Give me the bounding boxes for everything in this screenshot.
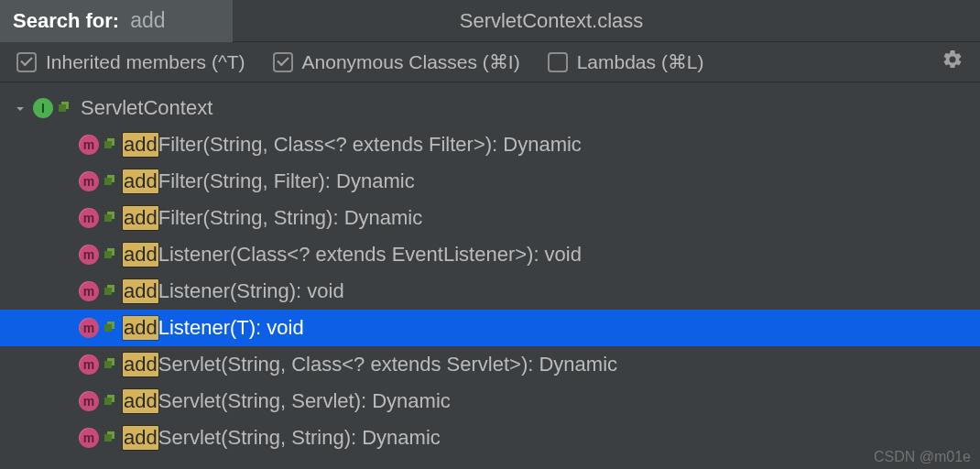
titlebar: Search for: add ServletContext.class: [0, 0, 980, 42]
method-icon: m: [79, 208, 99, 228]
tree-member[interactable]: maddListener(Class<? extends EventListen…: [0, 236, 980, 273]
public-modifier-icon: [104, 138, 117, 151]
tree-member[interactable]: maddListener(String): void: [0, 273, 980, 310]
search-highlight: add: [123, 426, 158, 450]
checkbox-icon: [273, 52, 293, 72]
method-icon: m: [79, 428, 99, 448]
method-icon: m: [79, 354, 99, 375]
method-icon: m: [79, 245, 99, 265]
tree-member[interactable]: maddFilter(String, Class<? extends Filte…: [0, 126, 980, 163]
tree-member[interactable]: maddServlet(String, Servlet): Dynamic: [0, 383, 980, 420]
checkbox-label: Anonymous Classes (⌘I): [302, 51, 520, 73]
search-label: Search for:: [13, 9, 119, 33]
member-signature: addServlet(String, Servlet): Dynamic: [123, 389, 451, 413]
member-signature: addListener(String): void: [123, 279, 344, 303]
tree-member[interactable]: maddServlet(String, String): Dynamic: [0, 420, 980, 456]
chevron-down-icon[interactable]: [15, 97, 27, 119]
structure-tree: I ServletContext maddFilter(String, Clas…: [0, 82, 980, 456]
search-highlight: add: [123, 133, 158, 157]
public-modifier-icon: [104, 431, 117, 444]
public-modifier-icon: [104, 175, 117, 188]
method-icon: m: [79, 318, 99, 338]
search-highlight: add: [123, 206, 158, 230]
search-highlight: add: [123, 353, 158, 376]
tree-member[interactable]: maddFilter(String, Filter): Dynamic: [0, 163, 980, 200]
anonymous-classes-checkbox[interactable]: Anonymous Classes (⌘I): [273, 51, 520, 73]
public-modifier-icon: [104, 285, 117, 298]
method-icon: m: [79, 171, 99, 191]
checkbox-label: Lambdas (⌘L): [577, 51, 704, 73]
checkbox-label: Inherited members (^T): [46, 51, 245, 73]
member-signature: addServlet(String, String): Dynamic: [123, 426, 441, 450]
public-modifier-icon: [104, 212, 117, 224]
tree-member[interactable]: maddFilter(String, String): Dynamic: [0, 200, 980, 236]
checkbox-icon: [16, 52, 37, 72]
member-signature: addListener(Class<? extends EventListene…: [123, 243, 582, 267]
lambdas-checkbox[interactable]: Lambdas (⌘L): [548, 51, 704, 73]
public-modifier-icon: [104, 358, 117, 371]
member-signature: addFilter(String, String): Dynamic: [123, 206, 422, 230]
search-highlight: add: [123, 169, 158, 193]
tree-member[interactable]: maddListener(T): void: [0, 310, 980, 346]
search-highlight: add: [123, 279, 158, 303]
method-icon: m: [79, 391, 99, 411]
member-signature: addListener(T): void: [123, 316, 304, 340]
member-signature: addFilter(String, Class<? extends Filter…: [123, 133, 582, 157]
tree-root[interactable]: I ServletContext: [0, 90, 980, 126]
method-icon: m: [79, 135, 99, 155]
member-signature: addServlet(String, Class<? extends Servl…: [123, 353, 617, 376]
interface-icon: I: [33, 98, 53, 118]
gear-icon[interactable]: [942, 49, 964, 75]
search-highlight: add: [123, 389, 158, 413]
watermark: CSDN @m01e: [874, 449, 971, 465]
checkbox-icon: [548, 52, 568, 72]
public-modifier-icon: [104, 322, 117, 334]
root-name: ServletContext: [81, 96, 212, 120]
search-highlight: add: [123, 243, 158, 267]
public-modifier-icon: [59, 102, 71, 115]
public-modifier-icon: [104, 248, 117, 261]
member-signature: addFilter(String, Filter): Dynamic: [123, 169, 415, 193]
method-icon: m: [79, 281, 99, 301]
search-highlight: add: [123, 316, 158, 340]
tree-member[interactable]: maddServlet(String, Class<? extends Serv…: [0, 346, 980, 383]
public-modifier-icon: [104, 395, 117, 408]
inherited-members-checkbox[interactable]: Inherited members (^T): [16, 51, 245, 73]
options-bar: Inherited members (^T) Anonymous Classes…: [0, 42, 980, 82]
window-title: ServletContext.class: [123, 9, 980, 33]
